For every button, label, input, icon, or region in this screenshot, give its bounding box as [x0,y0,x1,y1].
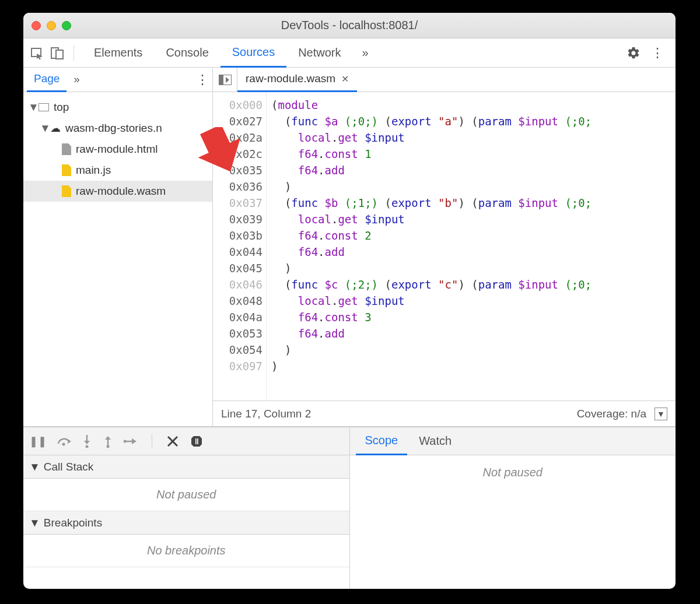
svg-point-12 [124,440,127,443]
file-label: raw-module.html [76,143,158,156]
caret-down-icon: ▼ [29,517,40,529]
editor-tab[interactable]: raw-module.wasm ✕ [237,68,357,92]
cloud-icon: ☁ [50,122,61,135]
cursor-position: Line 17, Column 2 [221,408,311,420]
tab-elements[interactable]: Elements [82,38,154,68]
pause-on-exceptions-icon[interactable] [190,434,204,448]
file-icon [62,185,71,197]
step-icon[interactable] [124,437,138,446]
caret-down-icon: ▼ [29,461,40,473]
file-label: main.js [76,164,111,177]
scope-body: Not paused [350,455,676,589]
callstack-body: Not paused [23,479,349,511]
file-tree: ▼ top ▼ ☁ wasm-dbg-stories.n raw-module.… [23,92,212,206]
file-raw-module-html[interactable]: raw-module.html [23,139,212,160]
tree-root-label: top [54,101,69,114]
tab-scope[interactable]: Scope [356,427,408,455]
breakpoints-header[interactable]: ▼ Breakpoints [23,511,349,535]
breakpoints-body: No breakpoints [23,535,349,567]
callstack-header[interactable]: ▼ Call Stack [23,455,349,479]
show-console-icon[interactable]: ▼ [654,408,667,420]
step-into-icon[interactable] [82,435,92,448]
svg-point-8 [86,445,89,448]
step-over-icon[interactable] [57,436,71,447]
step-out-icon[interactable] [103,435,113,448]
close-window-button[interactable] [32,21,41,30]
tree-domain[interactable]: ▼ ☁ wasm-dbg-stories.n [23,118,212,139]
page-tab[interactable]: Page [27,68,66,92]
tab-network[interactable]: Network [286,38,352,68]
callstack-title: Call Stack [44,461,94,473]
caret-down-icon: ▼ [28,101,34,114]
devtools-toolbar: ElementsConsoleSourcesNetwork » ⋮ [23,38,676,68]
tab-watch[interactable]: Watch [410,427,461,455]
svg-point-10 [107,445,110,448]
svg-rect-2 [56,50,63,59]
kebab-menu-icon[interactable]: ⋮ [651,45,664,61]
debugger-toolbar: ❚❚ [23,427,349,455]
tree-root[interactable]: ▼ top [23,97,212,118]
tabs-overflow-button[interactable]: » [356,46,374,59]
deactivate-breakpoints-icon[interactable] [166,435,179,448]
toggle-navigator-icon[interactable] [213,68,237,92]
file-label: raw-module.wasm [76,185,166,198]
window-titlebar: DevTools - localhost:8081/ [23,13,676,38]
settings-icon[interactable] [626,46,640,60]
tree-domain-label: wasm-dbg-stories.n [65,122,162,135]
close-tab-icon[interactable]: ✕ [341,73,349,85]
frame-icon [38,103,49,111]
navigator-overflow-button[interactable]: » [66,68,86,92]
svg-rect-16 [197,438,198,444]
window-title: DevTools - localhost:8081/ [23,19,676,32]
device-toolbar-icon[interactable] [49,45,65,61]
file-main-js[interactable]: main.js [23,160,212,181]
editor-tab-label: raw-module.wasm [246,72,335,85]
svg-rect-5 [219,75,223,85]
caret-down-icon: ▼ [40,122,46,135]
coverage-status: Coverage: n/a [577,408,646,420]
tab-console[interactable]: Console [154,38,220,68]
svg-marker-3 [191,127,244,180]
svg-point-6 [62,443,65,445]
tab-sources[interactable]: Sources [220,38,286,68]
file-icon [62,164,71,176]
pause-button[interactable]: ❚❚ [29,435,47,448]
minimize-window-button[interactable] [47,21,56,30]
navigator-menu-icon[interactable]: ⋮ [196,72,209,87]
annotation-arrow-icon [191,127,244,180]
svg-rect-15 [195,438,197,444]
inspect-element-icon[interactable] [29,45,46,61]
file-raw-module-wasm[interactable]: raw-module.wasm [23,181,212,202]
zoom-window-button[interactable] [62,21,71,30]
file-icon [62,143,71,155]
breakpoints-title: Breakpoints [44,517,102,529]
code-editor[interactable]: (module (func $a (;0;) (export "a") (par… [267,92,676,401]
